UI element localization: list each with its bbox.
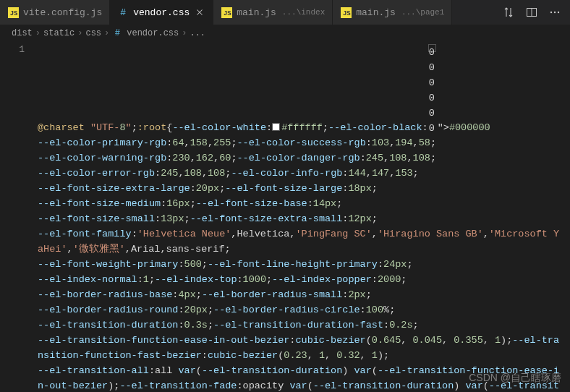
tab-vite-config[interactable]: JS vite.config.js xyxy=(0,0,110,25)
tab-main-index[interactable]: JS main.js ...\index xyxy=(213,0,333,25)
tab-vendor-css[interactable]: # vendor.css xyxy=(110,0,213,25)
tab-label: vendor.css xyxy=(133,7,190,18)
js-icon: JS xyxy=(340,7,352,18)
breadcrumb-file[interactable]: vendor.css xyxy=(127,28,179,38)
breadcrumb: dist › static › css › # vendor.css › ... xyxy=(0,25,570,41)
chevron-right-icon: › xyxy=(35,28,41,38)
breadcrumb-segment[interactable]: static xyxy=(43,28,75,38)
breadcrumb-trail[interactable]: ... xyxy=(190,28,205,38)
svg-point-3 xyxy=(554,12,556,13)
chevron-right-icon: › xyxy=(104,28,109,38)
breadcrumb-segment[interactable]: dist xyxy=(12,28,33,38)
css-icon: # xyxy=(117,7,129,18)
svg-point-4 xyxy=(558,12,559,13)
svg-point-2 xyxy=(550,12,552,13)
chevron-right-icon: › xyxy=(182,28,187,38)
tab-sublabel: ...\page1 xyxy=(401,8,444,17)
css-icon: # xyxy=(112,28,122,38)
js-icon: JS xyxy=(7,7,19,18)
tab-label: main.js xyxy=(356,7,396,18)
compare-icon[interactable] xyxy=(502,6,515,19)
tab-label: main.js xyxy=(237,7,276,18)
tab-actions xyxy=(493,0,570,25)
split-editor-icon[interactable] xyxy=(525,6,538,19)
editor[interactable]: 1 @charset "UTF-8";:root{--el-color-whit… xyxy=(0,41,570,392)
breadcrumb-segment[interactable]: css xyxy=(85,28,101,38)
code-content[interactable]: @charset "UTF-8";:root{--el-color-white:… xyxy=(38,43,570,392)
line-gutter: 1 xyxy=(0,43,38,392)
js-icon: JS xyxy=(221,7,232,18)
tab-sublabel: ...\index xyxy=(282,8,325,17)
tabs-bar: JS vite.config.js # vendor.css JS main.j… xyxy=(0,0,570,25)
more-icon[interactable] xyxy=(548,6,561,19)
tab-label: vite.config.js xyxy=(23,7,102,18)
line-number: 1 xyxy=(0,44,25,55)
chevron-right-icon: › xyxy=(77,28,82,38)
tab-main-page1[interactable]: JS main.js ...\page1 xyxy=(333,0,452,25)
close-icon[interactable] xyxy=(194,7,205,18)
